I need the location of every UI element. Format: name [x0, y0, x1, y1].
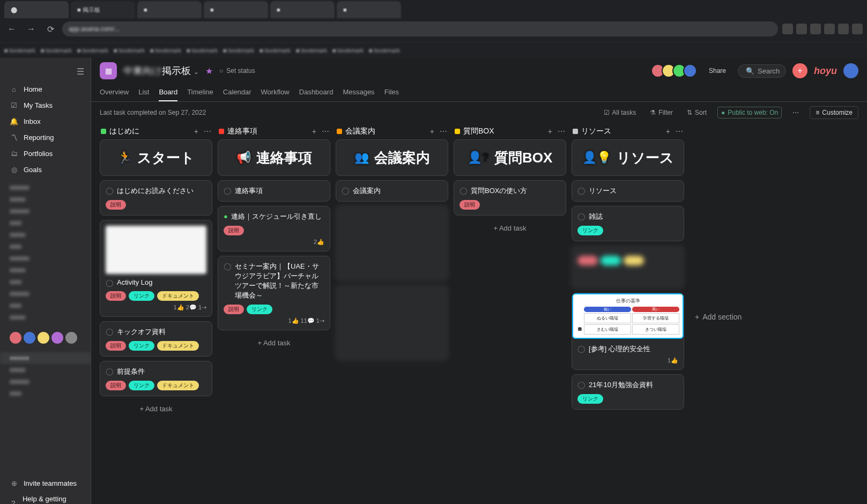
address-bar[interactable]: app.asana.com/... [62, 21, 778, 36]
sidebar-item-home[interactable]: ⌂Home [0, 81, 91, 97]
card-title-text: 前提条件 [117, 367, 145, 376]
hero-card[interactable]: 👤💡リソース [572, 139, 684, 176]
task-card[interactable]: 仕事の基準 低い高い 心理的安全性 ぬるい職場学習する職場 さむい職場きつい職場… [572, 293, 684, 370]
set-status-button[interactable]: ○Set status [219, 67, 255, 75]
all-tasks-button[interactable]: ☑All tasks [601, 107, 640, 118]
public-toggle[interactable]: ●Public to web: On [717, 107, 782, 118]
main: ▦ 中東向け掲示板 ⌄ ★ ○Set status Share 🔍Search … [91, 58, 867, 504]
column-menu-icon[interactable]: ⋯ [676, 127, 683, 136]
task-card[interactable]: ◯質問BOXの使い方説明 [454, 180, 566, 216]
task-card[interactable]: ◯セミナー案内｜【UAE・サウジアラビア】バーチャルツアーで解説！～新たな市場機… [218, 256, 330, 330]
add-card-icon[interactable]: + [666, 127, 670, 136]
back-icon[interactable]: ← [4, 21, 19, 36]
hero-icon: 👤? [468, 151, 489, 165]
ext-icon[interactable] [796, 24, 807, 34]
ext-icon[interactable] [824, 24, 835, 34]
sidebar-item-portfolios[interactable]: 🗂Portfolios [0, 145, 91, 161]
column-header: 連絡事項 +⋯ [218, 123, 330, 139]
hero-icon: 📢 [236, 151, 251, 165]
add-card-icon[interactable]: + [194, 127, 198, 136]
collapse-sidebar-icon[interactable]: ☰ [70, 62, 91, 81]
share-button[interactable]: Share [703, 65, 731, 77]
browser-tab[interactable]: ■ [137, 1, 202, 18]
task-card[interactable]: ◯リソース [572, 180, 684, 202]
browser-tab[interactable]: ■ [337, 1, 401, 18]
column-menu-icon[interactable]: ⋯ [204, 127, 211, 136]
ext-icon[interactable] [852, 24, 863, 34]
column-menu-icon[interactable]: ⋯ [440, 127, 447, 136]
tag: 説明 [224, 305, 244, 314]
task-card[interactable]: ◯21年10月勉強会資料リンク [572, 374, 684, 410]
task-card[interactable]: ◯雑誌リンク [572, 206, 684, 241]
column: 質問BOX +⋯ 👤?質問BOX◯質問BOXの使い方説明+ Add task [454, 123, 566, 504]
column: はじめに +⋯ 🏃スタート◯はじめにお読みください説明◯Activity Log… [100, 123, 212, 504]
add-task-button[interactable]: + Add task [218, 335, 330, 351]
invite-teammates[interactable]: ⊕Invite teammates [0, 475, 91, 491]
browser-tabs: ⬤ ■ 掲示板 ■ ■ ■ ■ [0, 0, 867, 19]
tab-workflow[interactable]: Workflow [261, 84, 290, 101]
user-avatar[interactable] [843, 63, 858, 78]
task-card[interactable] [336, 285, 448, 360]
browser-tab[interactable]: ⬤ [4, 1, 69, 18]
hero-card[interactable]: 🏃スタート [100, 139, 212, 176]
customize-button[interactable]: ≡Customize [810, 106, 858, 119]
task-card[interactable]: ●連絡｜スケジュール引き直し説明2👍 [218, 206, 330, 251]
tab-files[interactable]: Files [384, 84, 399, 101]
task-card[interactable]: ◯会議案内 [336, 180, 448, 202]
hero-card[interactable]: 👤?質問BOX [454, 139, 566, 176]
sidebar-item-reporting[interactable]: 〽Reporting [0, 129, 91, 145]
star-icon[interactable]: ★ [205, 66, 213, 76]
task-card[interactable] [572, 246, 684, 288]
tab-timeline[interactable]: Timeline [187, 84, 213, 101]
tab-list[interactable]: List [138, 84, 149, 101]
tab-messages[interactable]: Messages [343, 84, 374, 101]
more-icon[interactable]: ⋯ [789, 107, 802, 118]
browser-tab[interactable]: ■ 掲示板 [71, 1, 135, 18]
add-section-button[interactable]: + Add section [690, 123, 747, 504]
task-card[interactable]: ◯Activity Log説明リンクドキュメント1👍 2💬 1⇢ [100, 220, 212, 317]
column-marker-icon [101, 129, 106, 134]
sidebar-item-goals[interactable]: ◎Goals [0, 161, 91, 177]
add-task-button[interactable]: + Add task [454, 220, 566, 236]
add-card-icon[interactable]: + [430, 127, 434, 136]
task-card[interactable]: ◯連絡事項 [218, 180, 330, 202]
help-icon: ? [10, 499, 17, 504]
add-card-icon[interactable]: + [312, 127, 316, 136]
quadrant-image: 仕事の基準 低い高い 心理的安全性 ぬるい職場学習する職場 さむい職場きつい職場 [572, 293, 684, 339]
search-input[interactable]: 🔍Search [738, 64, 786, 78]
add-card-icon[interactable]: + [548, 127, 552, 136]
ext-icon[interactable] [810, 24, 821, 34]
task-card[interactable]: ◯前提条件説明リンクドキュメント [100, 361, 212, 396]
member-avatars[interactable] [654, 64, 697, 78]
ext-icon[interactable] [782, 24, 793, 34]
column-menu-icon[interactable]: ⋯ [558, 127, 565, 136]
help-getting-started[interactable]: ?Help & getting started [0, 491, 91, 504]
sidebar-item-inbox[interactable]: 🔔Inbox [0, 113, 91, 129]
check-icon: ◯ [224, 262, 232, 270]
add-button[interactable]: + [792, 63, 807, 78]
status-circle-icon: ○ [219, 67, 223, 75]
sort-button[interactable]: ⇅Sort [684, 107, 710, 118]
hero-card[interactable]: 👥会議案内 [336, 139, 448, 176]
browser-tab[interactable]: ■ [270, 1, 335, 18]
column-marker-icon [573, 129, 578, 134]
browser-tab[interactable]: ■ [204, 1, 268, 18]
home-icon: ⌂ [10, 85, 18, 93]
forward-icon[interactable]: → [24, 21, 39, 36]
tab-calendar[interactable]: Calendar [223, 84, 251, 101]
hero-card[interactable]: 📢連絡事項 [218, 139, 330, 176]
task-card[interactable]: ◯キックオフ資料説明リンクドキュメント [100, 321, 212, 357]
tab-dashboard[interactable]: Dashboard [299, 84, 334, 101]
sidebar-item-label: My Tasks [24, 101, 53, 109]
column-menu-icon[interactable]: ⋯ [322, 127, 329, 136]
task-card[interactable] [336, 206, 448, 281]
sidebar-item-my-tasks[interactable]: ☑My Tasks [0, 97, 91, 113]
filter-button[interactable]: ⚗Filter [647, 107, 676, 118]
tab-board[interactable]: Board [159, 84, 177, 101]
reload-icon[interactable]: ⟳ [43, 21, 58, 36]
tab-overview[interactable]: Overview [100, 84, 129, 101]
ext-icon[interactable] [838, 24, 849, 34]
add-task-button[interactable]: + Add task [100, 401, 212, 417]
task-card[interactable]: ◯はじめにお読みください説明 [100, 180, 212, 216]
address-row: ← → ⟳ app.asana.com/... [0, 19, 867, 39]
